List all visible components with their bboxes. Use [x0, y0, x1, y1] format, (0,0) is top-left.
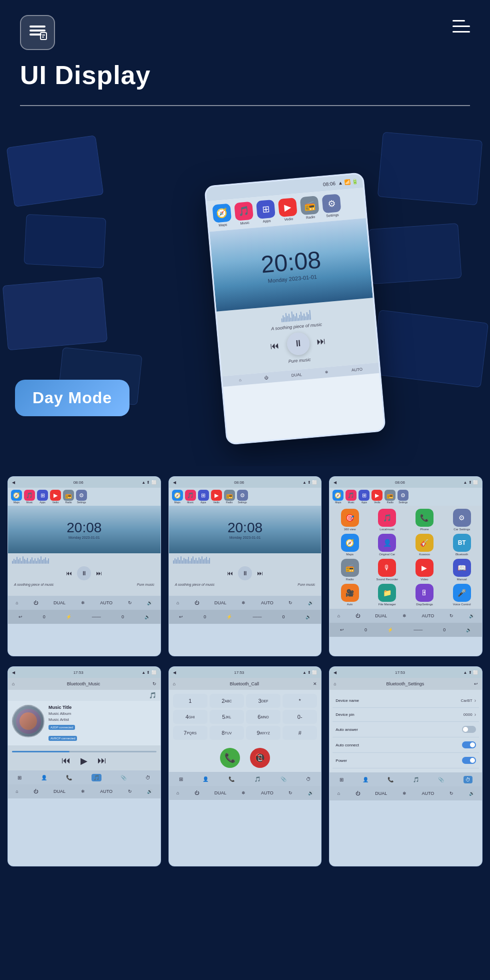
mini-music-1: ⏮ ⏸ ⏭ A soothing piece of music Pure mus…: [8, 553, 160, 596]
mini-next-1[interactable]: ⏭: [96, 570, 102, 577]
home-icon-bt3[interactable]: ⌂: [334, 681, 336, 686]
mini-music-genre-1: Pure music: [137, 583, 154, 586]
mini-status-3: ◀ 08:06 ▲ ⬆ ⬜: [330, 477, 482, 488]
mini-nav-2: 🧭Maps 🎵Music ⊞Apps ▶Vedio 📻Radio ⚙Settin…: [169, 488, 322, 506]
nav-item-music[interactable]: 🎵 Music: [234, 202, 254, 226]
dial-3[interactable]: 3DEF: [246, 694, 280, 708]
home-icon-bt2[interactable]: ⌂: [173, 681, 176, 686]
auto-connect-toggle[interactable]: [462, 741, 476, 748]
dial-hash[interactable]: #: [282, 726, 317, 740]
device-pin-chevron[interactable]: ›: [474, 712, 476, 717]
auto-answer-toggle[interactable]: [462, 726, 476, 733]
setting-auto-connect: Auto connect: [332, 737, 479, 753]
bottom-dual: DUAL: [291, 372, 302, 378]
app-carsettings[interactable]: ⚙ Car Settings: [444, 509, 479, 531]
mini-status-bt1: ◀ 17:53 ▲ ⬆ ⬜: [8, 667, 160, 678]
dial-2[interactable]: 2ABC: [210, 694, 244, 708]
dial-5[interactable]: 5JKL: [210, 710, 244, 724]
app-maps[interactable]: 🧭 Maps: [332, 534, 367, 556]
bt-next[interactable]: ⏭: [98, 755, 106, 766]
video-icon: ▶: [278, 198, 298, 217]
dial-8[interactable]: 8TUV: [210, 726, 244, 740]
nav-item-radio[interactable]: 📻 Radio: [300, 196, 320, 220]
device-name-text: CarBT: [461, 698, 472, 703]
nav-item-video[interactable]: ▶ Vedio: [278, 198, 298, 222]
back-icon-bt3[interactable]: ↩: [474, 681, 478, 686]
back-arrow-3[interactable]: ◀: [334, 480, 336, 485]
app-filemanager[interactable]: 📁 File Manager: [370, 584, 404, 606]
bottom-home[interactable]: ⌂: [239, 378, 242, 382]
back-arrow-1[interactable]: ◀: [12, 480, 15, 485]
status-icons-2: ▲ ⬆ ⬜: [302, 480, 317, 485]
mini-prev-2[interactable]: ⏮: [227, 570, 233, 577]
status-time-bt2: 17:53: [234, 670, 244, 675]
app-phone[interactable]: 📞 Phone: [408, 509, 442, 531]
dial-star[interactable]: *: [282, 694, 317, 708]
app-dispsettings[interactable]: 🎚 DispSettings: [408, 584, 442, 606]
next-button[interactable]: ⏭: [316, 336, 326, 347]
status-icons-bt1: ▲ ⬆ ⬜: [142, 670, 156, 675]
back-arrow-2[interactable]: ◀: [173, 480, 176, 485]
mini-date-1: Monday 2023-01-01: [68, 536, 100, 539]
mini-nav-3: 🧭Maps 🎵Music ⊞Apps ▶Vedio 📻Radio ⚙Settin…: [330, 488, 482, 506]
app-avin[interactable]: 🎥 Avin: [332, 584, 367, 606]
app-bluetooth[interactable]: BT Bluetooth: [444, 534, 479, 556]
mini-status-bt3: ◀ 17:53 ▲ ⬆ ⬜: [330, 667, 482, 678]
radio-icon: 📻: [300, 196, 320, 215]
app-localmusic[interactable]: 🎵 Localmusic: [370, 509, 404, 531]
back-arrow-bt3[interactable]: ◀: [334, 670, 336, 675]
mini-prev-1[interactable]: ⏮: [66, 570, 72, 577]
nav-item-apps[interactable]: ⊞ Apps: [256, 200, 276, 224]
call-reject-button[interactable]: 📵: [250, 748, 270, 768]
dial-grid: 1 2ABC 3DEF * 4GHI 5JKL 6MNO 0- 7PQRS 8T…: [169, 690, 322, 744]
power-label: Power: [336, 758, 347, 763]
dial-9[interactable]: 9WXYZ: [246, 726, 280, 740]
device-pin-text: 0000: [464, 712, 472, 717]
app-video[interactable]: ▶ Video: [408, 559, 442, 581]
dial-1[interactable]: 1: [173, 694, 208, 708]
nav-item-maps[interactable]: 🧭 Maps: [212, 204, 232, 228]
app-voicecontrol[interactable]: 🎤 Voice Control: [444, 584, 479, 606]
call-accept-button[interactable]: 📞: [220, 748, 240, 768]
mini-nav-1: 🧭Maps 🎵Music ⊞Apps ▶Vedio 📻Radio ⚙Settin…: [8, 488, 160, 506]
dial-6[interactable]: 6MNO: [246, 710, 280, 724]
status-time-3: 08:06: [395, 480, 405, 485]
nav-item-settings[interactable]: ⚙ Settings: [322, 194, 342, 218]
mini-play-1[interactable]: ⏸: [77, 566, 91, 580]
mini-next-2[interactable]: ⏭: [257, 570, 263, 577]
close-icon-bt2[interactable]: ✕: [313, 681, 317, 686]
app-360view[interactable]: 🎯 360 view: [332, 509, 367, 531]
device-name-chevron[interactable]: ›: [474, 698, 476, 703]
play-pause-button[interactable]: ⏸: [286, 331, 310, 356]
home-icon-bt1[interactable]: ⌂: [12, 681, 14, 686]
day-mode-label: Day Mode: [32, 389, 112, 407]
dial-7[interactable]: 7PQRS: [173, 726, 208, 740]
dial-0minus[interactable]: 0-: [282, 710, 317, 724]
back-arrow-bt1[interactable]: ◀: [12, 670, 15, 675]
bt-music-controls: ⏮ ▶ ⏭: [8, 745, 160, 770]
app-manual[interactable]: 📖 Manual: [444, 559, 479, 581]
hamburger-menu[interactable]: [452, 15, 470, 33]
music-icon: 🎵: [234, 202, 254, 221]
bt-tag2: AVRCP connected: [48, 732, 77, 741]
bottom-power[interactable]: ⏻: [264, 375, 268, 380]
mini-music-controls-1: ⏮ ⏸ ⏭: [12, 566, 156, 580]
bottom-auto: AUTO: [352, 367, 363, 373]
bt-prev[interactable]: ⏮: [62, 755, 70, 766]
refresh-icon-bt1[interactable]: ↻: [152, 681, 156, 686]
app-originalcar[interactable]: 👤 Original Car: [370, 534, 404, 556]
power-toggle[interactable]: [462, 757, 476, 764]
dial-4[interactable]: 4GHI: [173, 710, 208, 724]
app-kuwooo[interactable]: 🎸 Kuwooo: [408, 534, 442, 556]
mini-device-1: ◀ 08:06 ▲ ⬆ ⬜ 🧭Maps 🎵Music ⊞Apps ▶Vedio …: [8, 476, 161, 656]
bt-music-note-row: 🎵: [8, 690, 160, 701]
app-soundrecorder[interactable]: 🎙 Sound Recorder: [370, 559, 404, 581]
app-radio[interactable]: 📻 Radio: [332, 559, 367, 581]
setting-auto-answer: Auto answer: [332, 722, 479, 737]
prev-button[interactable]: ⏮: [270, 340, 280, 351]
page-title: UI Display: [20, 60, 470, 90]
mini-play-2[interactable]: ⏸: [238, 566, 252, 580]
back-arrow-bt2[interactable]: ◀: [173, 670, 176, 675]
bt-play[interactable]: ▶: [80, 755, 88, 766]
status-icons-bt3: ▲ ⬆ ⬜: [464, 670, 478, 675]
